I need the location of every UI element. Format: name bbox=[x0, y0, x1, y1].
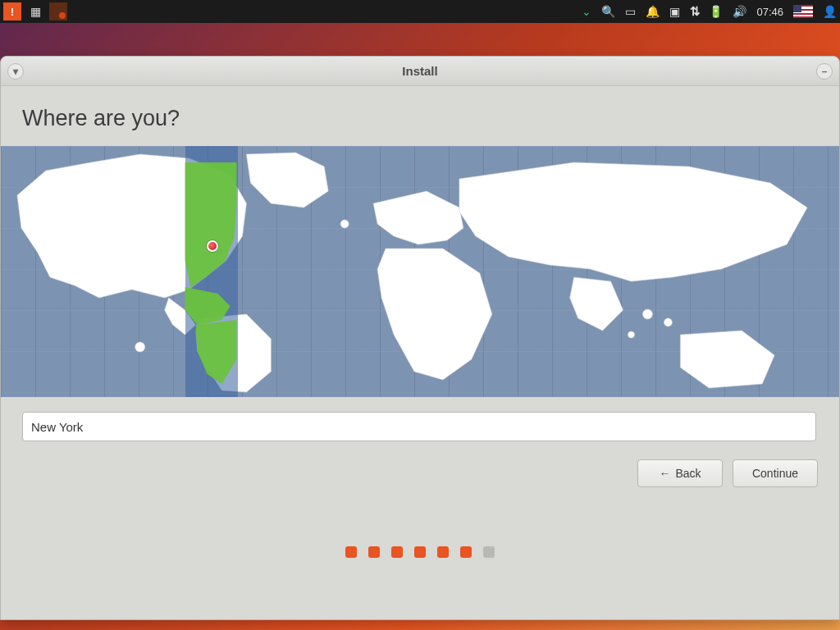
progress-dot bbox=[437, 546, 449, 558]
progress-dot bbox=[460, 546, 472, 558]
progress-dot bbox=[368, 546, 380, 558]
back-button-label: Back bbox=[675, 467, 701, 480]
location-pin-icon bbox=[207, 240, 218, 252]
arrow-left-icon: ← bbox=[659, 467, 670, 480]
software-updater-icon[interactable] bbox=[49, 2, 67, 21]
search-icon[interactable]: 🔍 bbox=[601, 6, 615, 17]
window-close-icon[interactable]: – bbox=[816, 63, 833, 80]
dropdown-icon[interactable]: ⌄ bbox=[582, 5, 591, 18]
progress-dot bbox=[391, 546, 403, 558]
workspace-icon[interactable]: ▭ bbox=[625, 6, 636, 17]
progress-dot bbox=[414, 546, 426, 558]
battery-icon[interactable]: 🔋 bbox=[709, 6, 723, 17]
progress-dot bbox=[483, 546, 495, 558]
selected-timezone-land bbox=[1, 146, 839, 397]
camera-icon[interactable]: ▣ bbox=[669, 6, 680, 17]
launcher-icon[interactable]: ! bbox=[3, 2, 21, 21]
continue-button-label: Continue bbox=[752, 467, 798, 480]
timezone-map[interactable] bbox=[1, 146, 839, 397]
progress-dot bbox=[345, 546, 357, 558]
apps-icon[interactable]: ▦ bbox=[26, 2, 44, 21]
timezone-input[interactable] bbox=[22, 412, 816, 441]
network-icon[interactable]: ⇅ bbox=[690, 4, 699, 19]
volume-icon[interactable]: 🔊 bbox=[733, 6, 746, 17]
continue-button[interactable]: Continue bbox=[733, 459, 818, 487]
nav-buttons: ← Back Continue bbox=[22, 459, 818, 487]
user-icon[interactable]: 👤 bbox=[823, 6, 837, 17]
progress-dots bbox=[22, 546, 818, 558]
top-panel: ! ▦ ⌄ 🔍 ▭ 🔔 ▣ ⇅ 🔋 🔊 07:46 👤 bbox=[0, 0, 840, 23]
back-button[interactable]: ← Back bbox=[637, 459, 723, 487]
page-heading: Where are you? bbox=[22, 106, 818, 131]
keyboard-layout-flag-icon[interactable] bbox=[793, 5, 813, 18]
window-menu-icon[interactable]: ▾ bbox=[7, 63, 24, 80]
clock[interactable]: 07:46 bbox=[756, 6, 783, 18]
window-titlebar: ▾ Install – bbox=[1, 57, 839, 86]
bell-icon[interactable]: 🔔 bbox=[646, 6, 660, 17]
installer-window: ▾ Install – Where are you? bbox=[0, 56, 840, 620]
window-title: Install bbox=[402, 64, 437, 78]
